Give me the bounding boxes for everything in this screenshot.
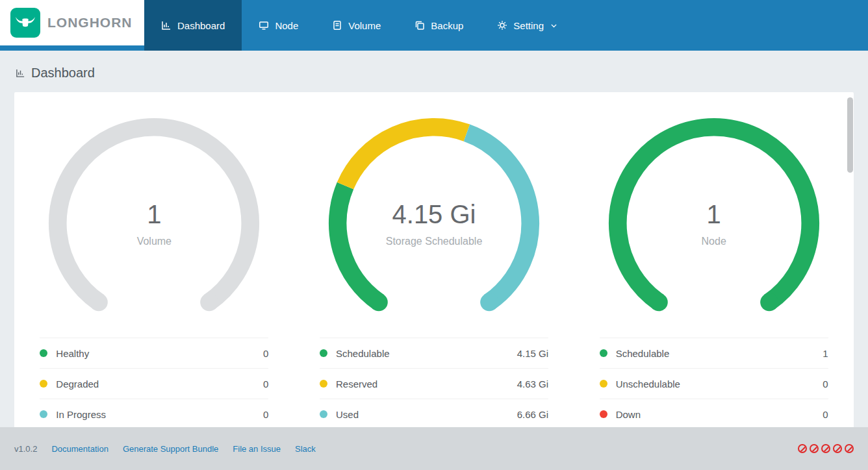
logo-text: LONGHORN <box>47 15 133 31</box>
legend-dot <box>600 349 607 357</box>
broken-image-icon[interactable] <box>798 444 807 453</box>
legend-label: Schedulable <box>336 348 390 359</box>
legend-label: Reserved <box>336 378 377 390</box>
broken-image-icon[interactable] <box>821 444 830 453</box>
header: LONGHORN Dashboard Node <box>0 0 868 51</box>
storage-chart-column: 4.15 Gi Storage Schedulable Schedulable … <box>294 114 574 430</box>
node-icon <box>259 20 269 31</box>
nav-tab-setting[interactable]: Setting <box>480 0 575 51</box>
footer-link-support-bundle[interactable]: Generate Support Bundle <box>123 444 218 454</box>
nav-tab-label: Setting <box>513 20 544 31</box>
legend-value: 0 <box>263 409 268 420</box>
version-label: v1.0.2 <box>14 444 37 454</box>
longhorn-logo-icon <box>10 8 40 38</box>
legend-value: 4.15 Gi <box>517 348 548 359</box>
legend-row: Healthy 0 <box>40 338 268 369</box>
main-nav: Dashboard Node Volume <box>144 0 575 51</box>
node-chart-column: 1 Node Schedulable 1 Unschedulable 0 <box>574 114 854 430</box>
node-legend: Schedulable 1 Unschedulable 0 Down 0 <box>600 338 828 430</box>
legend-dot <box>320 410 327 418</box>
node-gauge: 1 Node <box>605 114 823 332</box>
legend-row: Used 6.66 Gi <box>320 399 548 430</box>
nav-tab-dashboard[interactable]: Dashboard <box>144 0 242 51</box>
footer-link-file-issue[interactable]: File an Issue <box>233 444 281 454</box>
legend-row: Unschedulable 0 <box>600 369 828 399</box>
volume-gauge-chart <box>45 114 263 332</box>
page-title-row: Dashboard <box>0 51 868 92</box>
legend-value: 0 <box>263 348 268 359</box>
legend-dot <box>40 380 47 388</box>
storage-legend: Schedulable 4.15 Gi Reserved 4.63 Gi Use… <box>320 338 548 430</box>
legend-label: Healthy <box>56 348 89 359</box>
legend-row: Schedulable 1 <box>600 338 828 369</box>
nav-tab-label: Backup <box>431 20 463 31</box>
bar-chart-icon <box>16 68 25 78</box>
volume-legend: Healthy 0 Degraded 0 In Progress 0 <box>40 338 268 430</box>
nav-tab-label: Dashboard <box>177 20 225 31</box>
legend-row: Reserved 4.63 Gi <box>320 369 548 399</box>
legend-label: Down <box>616 409 641 420</box>
footer-link-slack[interactable]: Slack <box>295 444 316 454</box>
legend-dot <box>40 349 47 357</box>
broken-image-icon[interactable] <box>845 444 854 453</box>
footer-link-documentation[interactable]: Documentation <box>51 444 108 454</box>
nav-tab-label: Node <box>275 20 298 31</box>
legend-value: 0 <box>263 378 268 390</box>
legend-label: In Progress <box>56 409 106 420</box>
dashboard-icon <box>161 20 172 31</box>
dashboard-card: 1 Volume Healthy 0 Degraded 0 <box>14 92 854 456</box>
legend-row: Degraded 0 <box>40 369 268 399</box>
legend-dot <box>600 410 607 418</box>
legend-value: 4.63 Gi <box>517 378 548 390</box>
backup-icon <box>415 20 425 31</box>
legend-value: 1 <box>823 348 828 359</box>
node-gauge-chart <box>605 114 823 332</box>
setting-icon <box>497 20 507 31</box>
legend-dot <box>320 349 327 357</box>
legend-row: In Progress 0 <box>40 399 268 430</box>
page-title: Dashboard <box>31 66 95 80</box>
volume-chart-column: 1 Volume Healthy 0 Degraded 0 <box>14 114 294 430</box>
footer: v1.0.2 Documentation Generate Support Bu… <box>0 427 868 470</box>
nav-tab-volume[interactable]: Volume <box>315 0 398 51</box>
longhorn-app: LONGHORN Dashboard Node <box>0 0 868 470</box>
nav-tab-node[interactable]: Node <box>242 0 315 51</box>
nav-tab-backup[interactable]: Backup <box>398 0 480 51</box>
legend-value: 0 <box>823 378 828 390</box>
legend-value: 0 <box>823 409 828 420</box>
storage-gauge: 4.15 Gi Storage Schedulable <box>325 114 543 332</box>
legend-label: Unschedulable <box>616 378 680 390</box>
broken-image-icon[interactable] <box>833 444 842 453</box>
legend-label: Used <box>336 409 359 420</box>
gauge-row: 1 Volume Healthy 0 Degraded 0 <box>14 92 854 430</box>
chevron-down-icon <box>550 21 558 30</box>
scrollbar-thumb[interactable] <box>847 97 853 173</box>
nav-tab-label: Volume <box>348 20 381 31</box>
storage-gauge-chart <box>325 114 543 332</box>
legend-dot <box>40 410 47 418</box>
legend-label: Degraded <box>56 378 99 390</box>
legend-row: Schedulable 4.15 Gi <box>320 338 548 369</box>
volume-icon <box>332 20 342 31</box>
legend-dot <box>320 380 327 388</box>
footer-social-icons <box>798 444 854 453</box>
legend-dot <box>600 380 607 388</box>
broken-image-icon[interactable] <box>810 444 819 453</box>
volume-gauge: 1 Volume <box>45 114 263 332</box>
logo[interactable]: LONGHORN <box>0 0 144 45</box>
legend-value: 6.66 Gi <box>517 409 548 420</box>
legend-label: Schedulable <box>616 348 670 359</box>
legend-row: Down 0 <box>600 399 828 430</box>
